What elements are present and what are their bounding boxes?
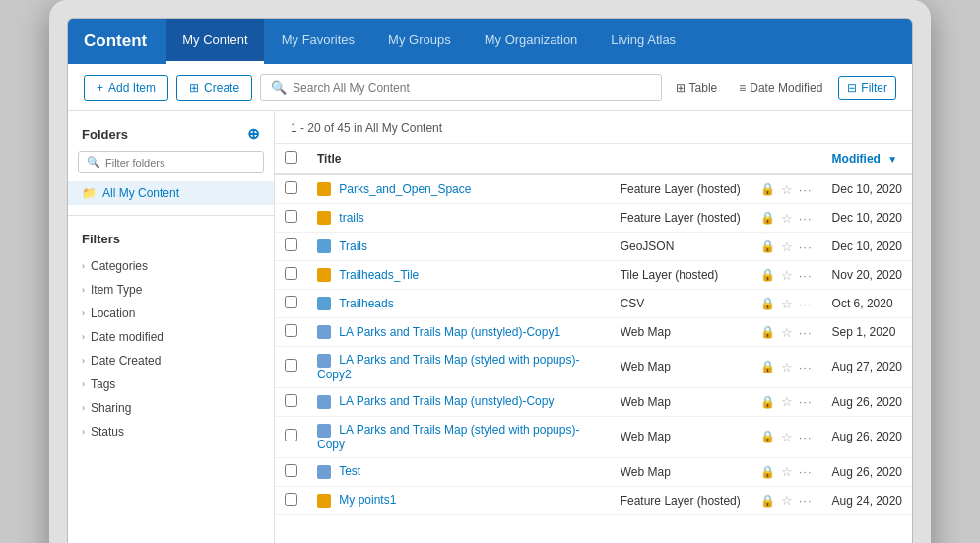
item-title-link[interactable]: LA Parks and Trails Map (unstyled)-Copy1 [339, 325, 560, 339]
filter-date-modified[interactable]: › Date modified [68, 325, 274, 349]
favorite-star-icon[interactable]: ☆ [781, 493, 793, 508]
row-actions-cell: 🔒 ☆ ··· [751, 233, 822, 261]
favorite-star-icon[interactable]: ☆ [781, 239, 793, 254]
favorite-star-icon[interactable]: ☆ [781, 325, 793, 340]
lock-icon: 🔒 [760, 239, 775, 253]
filter-categories[interactable]: › Categories [68, 254, 274, 278]
item-title-link[interactable]: Parks_and_Open_Space [339, 182, 471, 196]
row-checkbox[interactable] [285, 238, 297, 251]
folders-section-title: Folders ⊕ [68, 125, 274, 151]
row-checkbox-cell[interactable] [275, 174, 307, 204]
more-options-icon[interactable]: ··· [799, 493, 813, 508]
row-checkbox[interactable] [285, 464, 297, 477]
favorite-star-icon[interactable]: ☆ [781, 211, 793, 226]
favorite-star-icon[interactable]: ☆ [781, 394, 793, 409]
row-checkbox[interactable] [285, 267, 297, 280]
favorite-star-icon[interactable]: ☆ [781, 360, 793, 374]
row-checkbox-cell[interactable] [275, 233, 307, 261]
select-all-checkbox[interactable] [285, 151, 297, 164]
item-type-icon [317, 182, 331, 196]
lock-icon: 🔒 [760, 182, 775, 196]
tab-my-favorites[interactable]: My Favorites [266, 19, 370, 64]
item-title-link[interactable]: My points1 [339, 493, 396, 507]
more-options-icon[interactable]: ··· [799, 394, 813, 409]
item-title-link[interactable]: trails [339, 211, 363, 225]
item-title-link[interactable]: Trailheads_Tile [339, 268, 419, 282]
row-checkbox[interactable] [285, 359, 297, 372]
row-date-cell: Dec 10, 2020 [822, 204, 912, 233]
row-checkbox-cell[interactable] [275, 486, 307, 514]
filter-status[interactable]: › Status [68, 420, 274, 443]
favorite-star-icon[interactable]: ☆ [781, 464, 793, 479]
row-checkbox-cell[interactable] [275, 347, 307, 388]
row-checkbox[interactable] [285, 493, 297, 506]
row-checkbox-cell[interactable] [275, 416, 307, 457]
item-title-link[interactable]: Trailheads [339, 297, 394, 310]
sort-button[interactable]: ≡ Date Modified [733, 77, 828, 99]
more-options-icon[interactable]: ··· [799, 464, 813, 479]
more-options-icon[interactable]: ··· [799, 325, 813, 340]
row-checkbox[interactable] [285, 181, 297, 194]
item-title-link[interactable]: LA Parks and Trails Map (unstyled)-Copy [339, 394, 554, 408]
add-item-button[interactable]: + Add Item [84, 75, 168, 101]
title-column-header: Title [307, 144, 611, 174]
row-title-cell: Trailheads_Tile [307, 261, 611, 290]
favorite-star-icon[interactable]: ☆ [781, 268, 793, 283]
type-column-header [611, 144, 751, 174]
favorite-star-icon[interactable]: ☆ [781, 297, 793, 311]
table-row: Trailheads CSV 🔒 ☆ ··· Oct 6, 2020 [275, 290, 912, 318]
item-title-link[interactable]: Trails [339, 239, 367, 253]
create-button[interactable]: ⊞ Create [176, 75, 252, 101]
item-title-link[interactable]: LA Parks and Trails Map (styled with pop… [317, 353, 579, 381]
filter-button[interactable]: ⊟ Filter [838, 76, 896, 100]
more-options-icon[interactable]: ··· [799, 430, 813, 444]
row-checkbox[interactable] [285, 429, 297, 441]
more-options-icon[interactable]: ··· [799, 297, 813, 311]
filter-sharing[interactable]: › Sharing [68, 396, 274, 420]
row-checkbox[interactable] [285, 296, 297, 308]
tab-my-organization[interactable]: My Organization [469, 19, 594, 64]
row-checkbox[interactable] [285, 394, 297, 407]
more-options-icon[interactable]: ··· [799, 360, 813, 374]
tab-living-atlas[interactable]: Living Atlas [595, 19, 691, 64]
row-checkbox[interactable] [285, 324, 297, 337]
more-options-icon[interactable]: ··· [799, 239, 813, 254]
favorite-star-icon[interactable]: ☆ [781, 430, 793, 444]
search-bar[interactable]: 🔍 [260, 74, 662, 101]
more-options-icon[interactable]: ··· [799, 268, 813, 283]
item-actions: 🔒 ☆ ··· [760, 360, 813, 374]
table-row: LA Parks and Trails Map (styled with pop… [275, 416, 912, 457]
tab-my-content[interactable]: My Content [166, 19, 263, 64]
row-checkbox-cell[interactable] [275, 318, 307, 347]
item-title-link[interactable]: Test [339, 464, 360, 478]
row-checkbox-cell[interactable] [275, 290, 307, 318]
more-options-icon[interactable]: ··· [799, 211, 813, 226]
filter-item-type[interactable]: › Item Type [68, 278, 274, 302]
item-title-link[interactable]: LA Parks and Trails Map (styled with pop… [317, 423, 579, 451]
row-checkbox[interactable] [285, 210, 297, 223]
folder-search-input[interactable] [105, 157, 255, 169]
row-date-cell: Aug 27, 2020 [822, 347, 912, 388]
actions-column-header [751, 144, 822, 174]
more-options-icon[interactable]: ··· [799, 182, 813, 197]
modified-column-header[interactable]: Modified ▼ [822, 144, 912, 174]
add-icon: + [97, 81, 103, 95]
tab-my-groups[interactable]: My Groups [372, 19, 467, 64]
folder-all-my-content[interactable]: 📁 All My Content [68, 181, 274, 205]
row-checkbox-cell[interactable] [275, 457, 307, 486]
filter-tags[interactable]: › Tags [68, 373, 274, 396]
row-date-cell: Aug 26, 2020 [822, 416, 912, 457]
add-folder-icon[interactable]: ⊕ [247, 125, 260, 143]
search-input[interactable] [293, 81, 651, 95]
content-table: Title Modified ▼ [275, 144, 912, 515]
filter-location[interactable]: › Location [68, 302, 274, 325]
filter-date-created[interactable]: › Date Created [68, 349, 274, 373]
row-checkbox-cell[interactable] [275, 387, 307, 416]
row-checkbox-cell[interactable] [275, 204, 307, 233]
select-all-header[interactable] [275, 144, 307, 174]
table-view-button[interactable]: ⊞ Table [670, 77, 724, 99]
favorite-star-icon[interactable]: ☆ [781, 182, 793, 197]
row-checkbox-cell[interactable] [275, 261, 307, 290]
table-body: Parks_and_Open_Space Feature Layer (host… [275, 174, 912, 514]
folder-search[interactable]: 🔍 [78, 151, 264, 173]
